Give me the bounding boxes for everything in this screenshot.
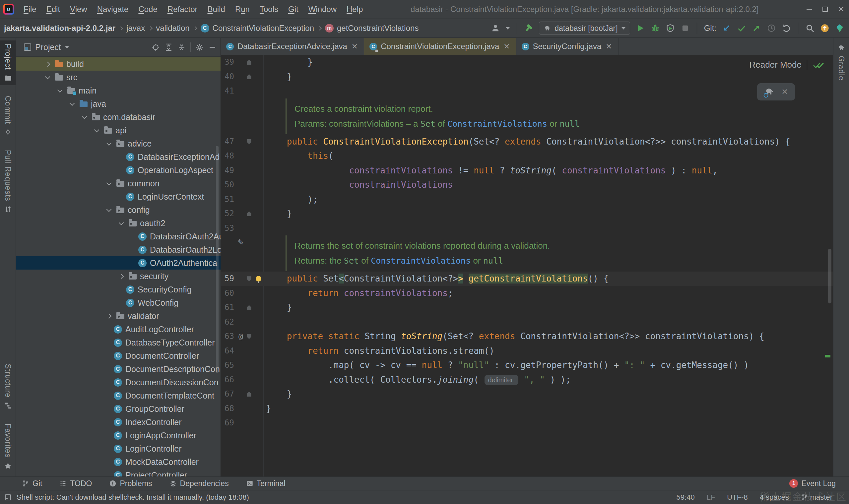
close-icon[interactable]: ✕ bbox=[503, 42, 510, 51]
breadcrumb-item[interactable]: jakarta.validation-api-2.0.2.jar bbox=[4, 23, 115, 33]
tree-item-DatabasirOAuth2Au[interactable]: CDatabasirOAuth2Au bbox=[16, 230, 220, 243]
caret-position[interactable]: 59:40 bbox=[676, 493, 695, 502]
tree-item-LoginController[interactable]: CLoginController bbox=[16, 442, 220, 455]
sidebar-item-structure[interactable]: Structure bbox=[0, 360, 16, 413]
user-account-icon[interactable] bbox=[491, 23, 500, 33]
close-icon[interactable]: ✕ bbox=[605, 42, 613, 51]
chevron-down-icon[interactable] bbox=[117, 222, 125, 224]
sidebar-item-favorites[interactable]: Favorites bbox=[0, 420, 16, 473]
git-update-icon[interactable] bbox=[722, 23, 731, 33]
build-project-icon[interactable] bbox=[524, 23, 533, 33]
menu-help[interactable]: Help bbox=[342, 0, 368, 19]
debug-button-icon[interactable] bbox=[651, 23, 660, 33]
tab-DatabasirExceptionAdvice.java[interactable]: CDatabasirExceptionAdvice.java✕ bbox=[221, 38, 364, 55]
editor-scrollbar[interactable] bbox=[828, 249, 831, 303]
search-everywhere-icon[interactable] bbox=[805, 23, 814, 33]
chevron-right-icon[interactable] bbox=[43, 62, 52, 66]
indent-setting[interactable]: 4 spaces bbox=[760, 493, 789, 502]
rollback-icon[interactable] bbox=[782, 23, 791, 33]
fold-marker-icon[interactable] bbox=[247, 74, 251, 79]
tree-item-DocumentDiscussionCon[interactable]: CDocumentDiscussionCon bbox=[16, 376, 220, 389]
chevron-down-icon[interactable] bbox=[55, 90, 64, 92]
fold-marker-icon[interactable] bbox=[247, 392, 251, 397]
close-icon[interactable]: ✕ bbox=[781, 87, 788, 96]
tree-scrollbar[interactable] bbox=[216, 146, 219, 373]
menu-window[interactable]: Window bbox=[304, 0, 342, 19]
tree-item-AuditLogController[interactable]: CAuditLogController bbox=[16, 323, 220, 336]
editor[interactable]: 39 }40 }41Creates a constraint violation… bbox=[221, 55, 833, 476]
chevron-right-icon[interactable] bbox=[105, 314, 113, 318]
intention-bulb-icon[interactable] bbox=[256, 276, 261, 282]
menu-file[interactable]: File bbox=[19, 0, 41, 19]
tree-item-build[interactable]: build bbox=[16, 57, 220, 71]
run-configuration-select[interactable]: databasir [bootJar] bbox=[539, 21, 630, 35]
tree-item-DatabasirExceptionAd[interactable]: CDatabasirExceptionAd bbox=[16, 150, 220, 163]
tree-item-api[interactable]: api bbox=[16, 124, 220, 137]
line-ending[interactable]: LF bbox=[707, 493, 715, 502]
maximize-button[interactable] bbox=[817, 0, 833, 19]
chevron-down-icon[interactable] bbox=[506, 27, 510, 30]
locate-file-icon[interactable] bbox=[151, 43, 160, 51]
gradle-reload-icon[interactable] bbox=[764, 87, 775, 97]
tree-item-DocumentDescriptionCon[interactable]: CDocumentDescriptionCon bbox=[16, 362, 220, 376]
sidebar-item-gradle[interactable]: Gradle bbox=[833, 40, 849, 84]
chevron-right-icon[interactable] bbox=[117, 274, 125, 278]
chevron-down-icon[interactable] bbox=[92, 129, 101, 132]
toolwindow-button-problems[interactable]: Problems bbox=[109, 479, 152, 488]
tree-item-LoginAppController[interactable]: CLoginAppController bbox=[16, 429, 220, 442]
git-branch-widget[interactable]: master bbox=[801, 493, 832, 502]
file-encoding[interactable]: UTF-8 bbox=[727, 493, 747, 502]
tree-item-IndexController[interactable]: CIndexController bbox=[16, 415, 220, 429]
reader-mode-label[interactable]: Reader Mode bbox=[749, 60, 801, 70]
settings-gear-icon[interactable] bbox=[195, 43, 204, 51]
tree-item-config[interactable]: config bbox=[16, 203, 220, 217]
fold-marker-icon[interactable] bbox=[247, 60, 251, 65]
menu-navigate[interactable]: Navigate bbox=[92, 0, 134, 19]
chevron-down-icon[interactable] bbox=[105, 209, 113, 211]
chevron-down-icon[interactable] bbox=[43, 76, 52, 78]
menu-view[interactable]: View bbox=[65, 0, 92, 19]
fold-marker-icon[interactable] bbox=[247, 305, 251, 310]
edit-doc-pencil-icon[interactable]: ✎ bbox=[237, 238, 244, 247]
fold-marker-icon[interactable] bbox=[247, 139, 251, 144]
ide-update-icon[interactable] bbox=[820, 23, 829, 33]
tab-SecurityConfig.java[interactable]: CSecurityConfig.java✕ bbox=[517, 38, 618, 55]
tree-item-WebConfig[interactable]: CWebConfig bbox=[16, 296, 220, 309]
chevron-down-icon[interactable] bbox=[80, 116, 89, 119]
menu-tools[interactable]: Tools bbox=[255, 0, 283, 19]
breadcrumb-item[interactable]: validation bbox=[156, 23, 189, 33]
tab-ConstraintViolationException.java[interactable]: CConstraintViolationException.java✕ bbox=[364, 38, 516, 55]
tree-item-advice[interactable]: advice bbox=[16, 137, 220, 150]
event-log-button[interactable]: 1Event Log bbox=[789, 479, 836, 488]
tree-item-common[interactable]: common bbox=[16, 177, 220, 190]
run-button-icon[interactable] bbox=[636, 23, 645, 33]
git-push-icon[interactable] bbox=[752, 23, 761, 33]
plugin-gem-icon[interactable] bbox=[835, 23, 844, 33]
close-icon[interactable]: ✕ bbox=[351, 42, 359, 51]
menu-code[interactable]: Code bbox=[133, 0, 162, 19]
chevron-down-icon[interactable] bbox=[68, 103, 76, 105]
menu-edit[interactable]: Edit bbox=[41, 0, 65, 19]
tree-item-DatabasirOauth2Lo[interactable]: CDatabasirOauth2Lo bbox=[16, 243, 220, 256]
tree-item-SecurityConfig[interactable]: CSecurityConfig bbox=[16, 283, 220, 296]
error-stripe-mark[interactable] bbox=[825, 355, 830, 357]
sidebar-item-commit[interactable]: Commit bbox=[0, 92, 16, 139]
toolwindow-button-todo[interactable]: TODO bbox=[59, 479, 92, 488]
tree-item-security[interactable]: security bbox=[16, 270, 220, 283]
breadcrumb-item[interactable]: CConstraintViolationException bbox=[201, 23, 314, 33]
tree-item-src[interactable]: src bbox=[16, 71, 220, 84]
tree-item-validator[interactable]: validator bbox=[16, 309, 220, 323]
tree-item-ProjectController[interactable]: CProjectController bbox=[16, 469, 220, 476]
hide-panel-icon[interactable] bbox=[208, 43, 217, 51]
tree-item-DocumentController[interactable]: CDocumentController bbox=[16, 349, 220, 362]
collapse-all-icon[interactable] bbox=[177, 43, 186, 51]
tree-item-java[interactable]: java bbox=[16, 97, 220, 110]
tree-item-GroupController[interactable]: CGroupController bbox=[16, 402, 220, 415]
run-with-coverage-icon[interactable] bbox=[666, 23, 675, 33]
toolwindow-button-git[interactable]: Git bbox=[22, 479, 42, 488]
sidebar-item-pull-requests[interactable]: Pull Requests bbox=[0, 147, 16, 217]
tree-item-OAuth2Authentica[interactable]: COAuth2Authentica bbox=[16, 256, 220, 270]
tree-item-DocumentTemplateCont[interactable]: CDocumentTemplateCont bbox=[16, 389, 220, 402]
breadcrumb-item[interactable]: javax bbox=[126, 23, 145, 33]
chevron-down-icon[interactable] bbox=[65, 46, 69, 49]
